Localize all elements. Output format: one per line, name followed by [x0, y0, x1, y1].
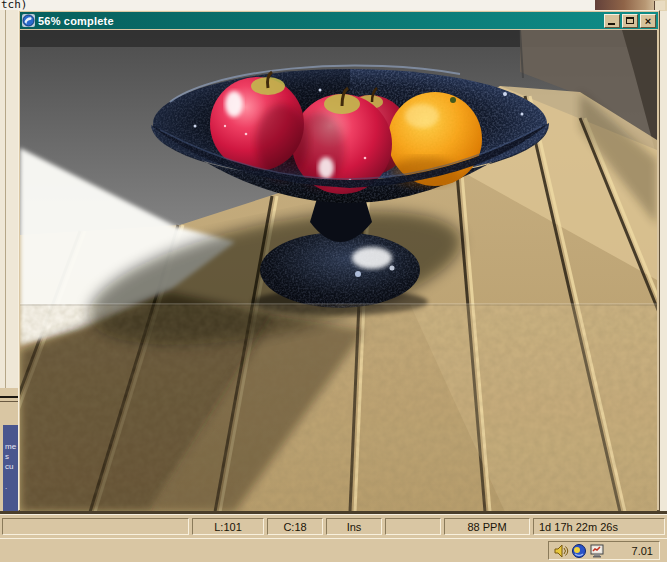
message-line: s — [5, 453, 9, 461]
display-icon[interactable] — [589, 543, 605, 559]
render-progress-window: 56% complete × — [18, 10, 660, 511]
progress-boundary-line — [20, 303, 657, 305]
maximize-button[interactable] — [622, 14, 638, 28]
message-window-fragment: me s cu . — [0, 425, 18, 511]
message-line: me — [5, 443, 16, 451]
minimize-button[interactable] — [604, 14, 620, 28]
status-insert-mode-panel: Ins — [326, 518, 382, 535]
message-window-titlebar-fragment — [0, 388, 18, 425]
status-spare-panel — [385, 518, 441, 535]
background-window-button-fragment — [654, 1, 665, 10]
maximize-icon — [626, 17, 634, 24]
message-line: . — [5, 483, 7, 491]
close-button[interactable]: × — [640, 14, 656, 28]
volume-icon[interactable] — [553, 543, 569, 559]
divider — [0, 401, 18, 402]
system-tray: 7.01 — [548, 541, 660, 560]
render-preview-region — [20, 303, 657, 512]
render-image-area — [20, 30, 657, 512]
taskbar: 7.01 — [0, 538, 667, 562]
message-line: cu — [5, 463, 13, 471]
close-icon: × — [641, 14, 655, 28]
desktop: tch) me s cu . 56% complete × — [0, 0, 667, 562]
status-message-panel — [2, 518, 189, 535]
status-time-remaining-panel: 1d 17h 22m 26s — [533, 518, 665, 535]
tray-clock[interactable]: 7.01 — [607, 545, 655, 557]
connection-icon[interactable] — [571, 543, 587, 559]
status-render-speed-panel: 88 PPM — [444, 518, 530, 535]
status-bar: L:101 C:18 Ins 88 PPM 1d 17h 22m 26s — [0, 514, 667, 538]
window-title: 56% complete — [38, 15, 604, 27]
minimize-icon — [608, 23, 615, 25]
editor-strip: tch) — [0, 0, 667, 10]
render-canvas — [20, 30, 657, 512]
status-column-panel: C:18 — [267, 518, 323, 535]
orange-calyx — [450, 97, 456, 103]
titlebar[interactable]: 56% complete × — [20, 12, 658, 29]
divider — [0, 396, 18, 398]
status-line-panel: L:101 — [192, 518, 264, 535]
povray-icon — [22, 14, 35, 27]
